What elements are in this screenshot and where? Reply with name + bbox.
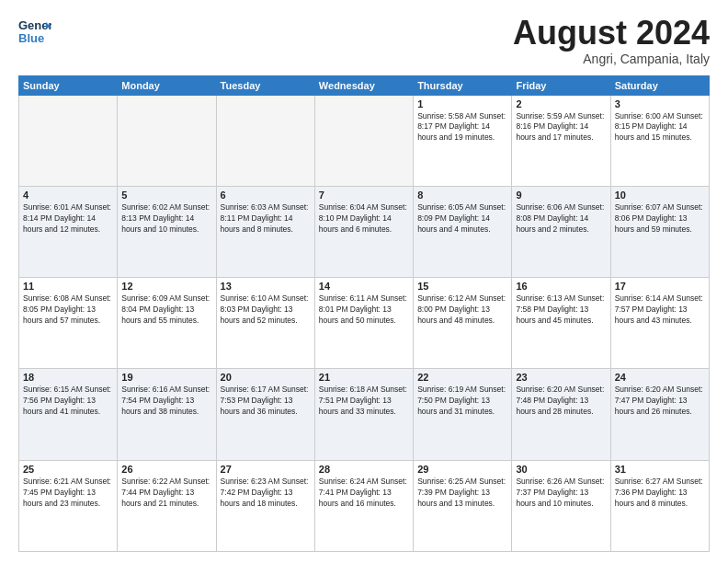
day-number: 25 (23, 464, 113, 475)
weekday-header-monday: Monday (118, 75, 216, 95)
day-info: Sunrise: 6:22 AM Sunset: 7:44 PM Dayligh… (121, 477, 211, 510)
calendar-cell: 13Sunrise: 6:10 AM Sunset: 8:03 PM Dayli… (216, 278, 314, 369)
calendar-cell: 1Sunrise: 5:58 AM Sunset: 8:17 PM Daylig… (414, 95, 512, 186)
day-info: Sunrise: 6:13 AM Sunset: 7:58 PM Dayligh… (516, 293, 606, 327)
day-number: 18 (23, 372, 113, 383)
calendar-cell: 18Sunrise: 6:15 AM Sunset: 7:56 PM Dayli… (19, 369, 118, 460)
day-info: Sunrise: 6:10 AM Sunset: 8:03 PM Dayligh… (221, 293, 311, 327)
page: General Blue August 2024 Angri, Campania… (0, 0, 728, 563)
logo: General Blue (18, 15, 51, 48)
day-info: Sunrise: 6:14 AM Sunset: 7:57 PM Dayligh… (615, 293, 705, 327)
calendar-cell: 27Sunrise: 6:23 AM Sunset: 7:42 PM Dayli… (216, 460, 314, 551)
weekday-header-friday: Friday (512, 75, 610, 95)
calendar-cell: 25Sunrise: 6:21 AM Sunset: 7:45 PM Dayli… (19, 460, 118, 551)
day-number: 22 (417, 372, 507, 383)
day-number: 17 (615, 281, 705, 292)
day-info: Sunrise: 6:17 AM Sunset: 7:53 PM Dayligh… (221, 385, 311, 418)
month-title: August 2024 (513, 15, 710, 52)
calendar-cell: 3Sunrise: 6:00 AM Sunset: 8:15 PM Daylig… (610, 95, 709, 186)
day-number: 21 (319, 372, 409, 383)
day-number: 8 (417, 190, 507, 201)
day-number: 5 (121, 190, 211, 201)
day-number: 14 (319, 281, 409, 292)
day-info: Sunrise: 5:58 AM Sunset: 8:17 PM Dayligh… (417, 111, 507, 144)
day-info: Sunrise: 6:20 AM Sunset: 7:47 PM Dayligh… (615, 385, 705, 418)
day-info: Sunrise: 6:19 AM Sunset: 7:50 PM Dayligh… (417, 385, 507, 418)
day-number: 30 (516, 464, 606, 475)
calendar-cell (314, 95, 413, 186)
day-info: Sunrise: 6:03 AM Sunset: 8:11 PM Dayligh… (221, 202, 311, 236)
day-number: 7 (319, 190, 409, 201)
week-row-3: 11Sunrise: 6:08 AM Sunset: 8:05 PM Dayli… (19, 278, 710, 369)
calendar-cell: 23Sunrise: 6:20 AM Sunset: 7:48 PM Dayli… (512, 369, 610, 460)
calendar-cell: 12Sunrise: 6:09 AM Sunset: 8:04 PM Dayli… (118, 278, 216, 369)
day-info: Sunrise: 6:26 AM Sunset: 7:37 PM Dayligh… (516, 477, 606, 510)
calendar-cell: 11Sunrise: 6:08 AM Sunset: 8:05 PM Dayli… (19, 278, 118, 369)
day-info: Sunrise: 6:11 AM Sunset: 8:01 PM Dayligh… (319, 293, 409, 327)
header: General Blue August 2024 Angri, Campania… (18, 15, 710, 66)
day-info: Sunrise: 6:20 AM Sunset: 7:48 PM Dayligh… (516, 385, 606, 418)
day-info: Sunrise: 6:05 AM Sunset: 8:09 PM Dayligh… (417, 202, 507, 236)
calendar-cell: 10Sunrise: 6:07 AM Sunset: 8:06 PM Dayli… (610, 186, 709, 277)
day-info: Sunrise: 6:09 AM Sunset: 8:04 PM Dayligh… (121, 293, 211, 327)
calendar-cell: 16Sunrise: 6:13 AM Sunset: 7:58 PM Dayli… (512, 278, 610, 369)
day-info: Sunrise: 6:01 AM Sunset: 8:14 PM Dayligh… (23, 202, 113, 236)
day-info: Sunrise: 6:23 AM Sunset: 7:42 PM Dayligh… (221, 477, 311, 510)
day-number: 29 (417, 464, 507, 475)
day-number: 2 (516, 98, 606, 109)
day-number: 19 (121, 372, 211, 383)
day-info: Sunrise: 6:27 AM Sunset: 7:36 PM Dayligh… (615, 477, 705, 510)
calendar-cell: 21Sunrise: 6:18 AM Sunset: 7:51 PM Dayli… (314, 369, 413, 460)
week-row-2: 4Sunrise: 6:01 AM Sunset: 8:14 PM Daylig… (19, 186, 710, 277)
calendar-cell: 22Sunrise: 6:19 AM Sunset: 7:50 PM Dayli… (414, 369, 512, 460)
calendar-cell: 5Sunrise: 6:02 AM Sunset: 8:13 PM Daylig… (118, 186, 216, 277)
day-number: 16 (516, 281, 606, 292)
calendar-cell: 4Sunrise: 6:01 AM Sunset: 8:14 PM Daylig… (19, 186, 118, 277)
calendar-cell: 6Sunrise: 6:03 AM Sunset: 8:11 PM Daylig… (216, 186, 314, 277)
day-info: Sunrise: 6:07 AM Sunset: 8:06 PM Dayligh… (615, 202, 705, 236)
calendar-cell: 28Sunrise: 6:24 AM Sunset: 7:41 PM Dayli… (314, 460, 413, 551)
calendar-cell: 31Sunrise: 6:27 AM Sunset: 7:36 PM Dayli… (610, 460, 709, 551)
day-info: Sunrise: 6:04 AM Sunset: 8:10 PM Dayligh… (319, 202, 409, 236)
week-row-5: 25Sunrise: 6:21 AM Sunset: 7:45 PM Dayli… (19, 460, 710, 551)
weekday-header-thursday: Thursday (414, 75, 512, 95)
logo-icon: General Blue (18, 15, 51, 48)
day-info: Sunrise: 6:16 AM Sunset: 7:54 PM Dayligh… (121, 385, 211, 418)
week-row-1: 1Sunrise: 5:58 AM Sunset: 8:17 PM Daylig… (19, 95, 710, 186)
day-info: Sunrise: 6:00 AM Sunset: 8:15 PM Dayligh… (615, 111, 705, 144)
day-number: 28 (319, 464, 409, 475)
day-info: Sunrise: 6:15 AM Sunset: 7:56 PM Dayligh… (23, 385, 113, 418)
day-info: Sunrise: 6:25 AM Sunset: 7:39 PM Dayligh… (417, 477, 507, 510)
day-number: 4 (23, 190, 113, 201)
day-number: 13 (221, 281, 311, 292)
calendar-cell: 9Sunrise: 6:06 AM Sunset: 8:08 PM Daylig… (512, 186, 610, 277)
day-number: 10 (615, 190, 705, 201)
calendar-cell: 30Sunrise: 6:26 AM Sunset: 7:37 PM Dayli… (512, 460, 610, 551)
calendar-cell (118, 95, 216, 186)
weekday-header-tuesday: Tuesday (216, 75, 314, 95)
week-row-4: 18Sunrise: 6:15 AM Sunset: 7:56 PM Dayli… (19, 369, 710, 460)
day-number: 31 (615, 464, 705, 475)
calendar-cell (19, 95, 118, 186)
day-number: 20 (221, 372, 311, 383)
day-info: Sunrise: 6:21 AM Sunset: 7:45 PM Dayligh… (23, 477, 113, 510)
calendar-cell: 29Sunrise: 6:25 AM Sunset: 7:39 PM Dayli… (414, 460, 512, 551)
weekday-header-row: SundayMondayTuesdayWednesdayThursdayFrid… (19, 75, 710, 95)
svg-text:Blue: Blue (18, 31, 44, 45)
day-info: Sunrise: 5:59 AM Sunset: 8:16 PM Dayligh… (516, 111, 606, 144)
day-info: Sunrise: 6:06 AM Sunset: 8:08 PM Dayligh… (516, 202, 606, 236)
calendar-cell: 26Sunrise: 6:22 AM Sunset: 7:44 PM Dayli… (118, 460, 216, 551)
day-number: 1 (417, 98, 507, 109)
day-info: Sunrise: 6:18 AM Sunset: 7:51 PM Dayligh… (319, 385, 409, 418)
calendar-cell: 19Sunrise: 6:16 AM Sunset: 7:54 PM Dayli… (118, 369, 216, 460)
weekday-header-sunday: Sunday (19, 75, 118, 95)
day-number: 23 (516, 372, 606, 383)
weekday-header-saturday: Saturday (610, 75, 709, 95)
calendar-cell: 14Sunrise: 6:11 AM Sunset: 8:01 PM Dayli… (314, 278, 413, 369)
day-number: 27 (221, 464, 311, 475)
day-number: 24 (615, 372, 705, 383)
day-number: 12 (121, 281, 211, 292)
day-number: 11 (23, 281, 113, 292)
day-info: Sunrise: 6:24 AM Sunset: 7:41 PM Dayligh… (319, 477, 409, 510)
day-number: 6 (221, 190, 311, 201)
